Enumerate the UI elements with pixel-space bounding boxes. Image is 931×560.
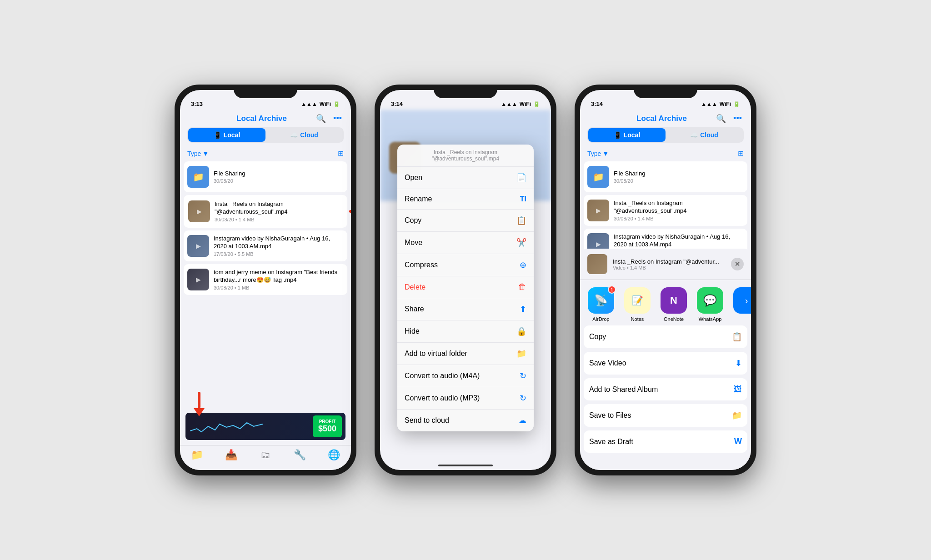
context-item-move[interactable]: Move ✂️ <box>397 232 534 254</box>
share-app-airdrop[interactable]: 📡 1 AirDrop <box>587 287 615 322</box>
file-info: tom and jerry meme on Instagram "Best fr… <box>214 269 344 290</box>
signal-icon-3: ▲▲▲ <box>701 101 717 107</box>
file-list-1: 📁 File Sharing 30/08/20 ▶ Insta _Reels o… <box>180 161 351 445</box>
more-icon-1[interactable]: ••• <box>333 114 342 124</box>
cloud-icon-3: ☁️ <box>690 131 698 139</box>
video-thumb-3a: ▶ <box>587 200 609 221</box>
file-name: File Sharing <box>214 170 344 178</box>
draft-icon: W <box>734 437 742 446</box>
share-header: Insta _Reels on Instagram "@adventur... … <box>580 249 751 280</box>
whatsapp-icon: 💬 <box>697 287 723 314</box>
share-app-whatsapp[interactable]: 💬 WhatsApp <box>696 287 724 322</box>
context-item-rename[interactable]: Rename TI <box>397 189 534 210</box>
airdrop-icon: 📡 1 <box>588 287 614 314</box>
hide-icon: 🔒 <box>516 326 526 336</box>
time-2: 3:14 <box>391 100 403 107</box>
share-action-sharedalbum[interactable]: Add to Shared Album 🖼 <box>584 378 747 400</box>
nav-title-3: Local Archive <box>636 114 687 123</box>
signal-icon-2: ▲▲▲ <box>501 101 517 107</box>
cloud-upload-icon: ☁ <box>518 415 526 425</box>
share-sheet: Insta _Reels on Instagram "@adventur... … <box>580 249 751 470</box>
seg-local-1[interactable]: 📱 Local <box>188 128 265 142</box>
airdrop-badge: 1 <box>608 285 616 294</box>
home-indicator-2 <box>438 465 493 466</box>
share-title: Insta _Reels on Instagram "@adventur... <box>613 258 726 265</box>
share-action-savevideo[interactable]: Save Video ⬇ <box>584 352 747 375</box>
type-filter-1[interactable]: Type ▼ <box>187 150 209 157</box>
file-info: Instagram video by NishaGuragain • Aug 1… <box>214 235 344 257</box>
filter-bar-3: Type ▼ ⊞ <box>580 147 751 161</box>
share-action-savefiles[interactable]: Save to Files 📁 <box>584 404 747 427</box>
nav-title-1: Local Archive <box>236 114 287 123</box>
shared-album-icon: 🖼 <box>734 385 742 394</box>
context-item-copy[interactable]: Copy 📋 <box>397 210 534 232</box>
more-apps-icon: › <box>733 287 751 314</box>
share-info: Insta _Reels on Instagram "@adventur... … <box>613 258 726 270</box>
tab-web[interactable]: 🌐 <box>317 449 351 461</box>
ad-banner[interactable]: PROFIT $500 <box>185 413 345 440</box>
context-item-share[interactable]: Share ⬆ <box>397 298 534 320</box>
save-files-icon: 📁 <box>732 410 742 420</box>
tab-settings[interactable]: 🔧 <box>283 449 317 461</box>
share-app-notes[interactable]: 📝 Notes <box>624 287 651 322</box>
file-name: Insta _Reels on Instagram "@adventurouss… <box>215 200 343 216</box>
list-item[interactable]: ▶ Insta _Reels on Instagram "@adventurou… <box>584 195 747 226</box>
context-item-m4a[interactable]: Convert to audio (M4A) ↻ <box>397 365 534 387</box>
copy-icon: 📋 <box>516 215 526 225</box>
file-meta: 30/08/20 • 1 MB <box>214 285 344 290</box>
share-close-button[interactable]: ✕ <box>731 258 744 270</box>
share-apps-row: 📡 1 AirDrop 📝 Notes N O <box>580 280 751 325</box>
context-item-mp3[interactable]: Convert to audio (MP3) ↻ <box>397 387 534 410</box>
more-icon-3[interactable]: ••• <box>733 114 742 124</box>
share-action-copy[interactable]: Copy 📋 <box>584 325 747 348</box>
tab-folders[interactable]: 🗂 <box>248 449 282 461</box>
type-filter-3[interactable]: Type ▼ <box>587 150 609 157</box>
filter-bar-1: Type ▼ ⊞ <box>180 147 351 161</box>
nav-bar-1: Local Archive 🔍 ••• <box>180 110 351 127</box>
seg-cloud-3[interactable]: ☁️ Cloud <box>666 128 743 142</box>
context-item-open[interactable]: Open 📄 <box>397 167 534 189</box>
share-thumb <box>587 254 607 274</box>
nav-icons-3: 🔍 ••• <box>716 114 742 124</box>
notch-2 <box>434 85 497 98</box>
phone-1: 3:13 ▲▲▲ WiFi 🔋 Local Archive 🔍 ••• 📱 Lo… <box>175 85 356 475</box>
list-item[interactable]: ▶ Insta _Reels on Instagram "@adventurou… <box>184 195 347 228</box>
context-item-compress[interactable]: Compress ⊕ <box>397 254 534 276</box>
cloud-icon: ☁️ <box>290 131 298 139</box>
notes-icon: 📝 <box>624 287 651 314</box>
search-icon-1[interactable]: 🔍 <box>316 114 326 124</box>
share-app-more[interactable]: › <box>733 287 751 322</box>
grid-icon-1[interactable]: ⊞ <box>338 149 344 158</box>
list-item[interactable]: ▶ Instagram video by NishaGuragain • Aug… <box>184 230 347 261</box>
notch-1 <box>234 85 297 98</box>
phone-3: 3:14 ▲▲▲ WiFi 🔋 Local Archive 🔍 ••• 📱 Lo… <box>575 85 756 475</box>
wifi-icon-2: WiFi <box>520 101 531 107</box>
context-item-hide[interactable]: Hide 🔒 <box>397 320 534 343</box>
list-item[interactable]: 📁 File Sharing 30/08/20 <box>584 161 747 192</box>
chevron-down-icon: ▼ <box>202 150 209 157</box>
list-item[interactable]: 📁 File Sharing 30/08/20 <box>184 161 347 192</box>
tab-import[interactable]: 📥 <box>214 449 248 461</box>
list-item[interactable]: ▶ tom and jerry meme on Instagram "Best … <box>184 264 347 295</box>
phone-icon-3: 📱 <box>614 131 621 139</box>
grid-icon-3[interactable]: ⊞ <box>738 149 744 158</box>
tab-files[interactable]: 📁 <box>180 449 214 461</box>
seg-cloud-1[interactable]: ☁️ Cloud <box>265 128 343 142</box>
video-thumb-2: ▶ <box>187 235 209 257</box>
share-action-savedraft[interactable]: Save as Draft W <box>584 430 747 453</box>
virtual-folder-icon: 📁 <box>516 349 526 359</box>
context-item-delete[interactable]: Delete 🗑 <box>397 276 534 298</box>
seg-local-3[interactable]: 📱 Local <box>588 128 666 142</box>
share-sub: Video • 1.4 MB <box>613 265 726 270</box>
file-info: Insta _Reels on Instagram "@adventurouss… <box>614 200 744 221</box>
battery-icon-3: 🔋 <box>733 101 740 107</box>
share-icon: ⬆ <box>520 304 526 314</box>
file-name: Instagram video by NishaGuragain • Aug 1… <box>214 235 344 250</box>
share-app-onenote[interactable]: N OneNote <box>660 287 687 322</box>
convert-m4a-icon: ↻ <box>520 371 526 381</box>
context-item-cloud[interactable]: Send to cloud ☁ <box>397 410 534 431</box>
context-item-virtual[interactable]: Add to virtual folder 📁 <box>397 343 534 365</box>
status-icons-2: ▲▲▲ WiFi 🔋 <box>501 101 540 107</box>
search-icon-3[interactable]: 🔍 <box>716 114 726 124</box>
wifi-icon-3: WiFi <box>720 101 731 107</box>
